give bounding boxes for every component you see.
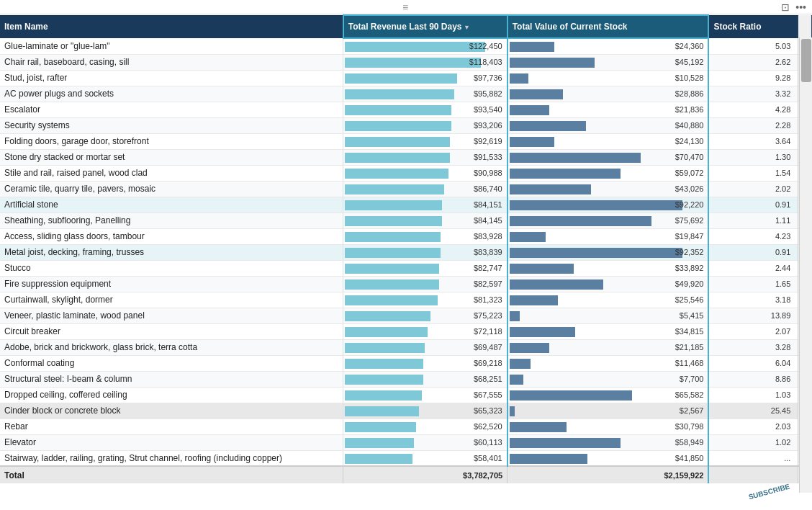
table-row: Structural steel: I-beam & column$68,251… [0,371,812,387]
row-ratio: 0.91 [708,197,798,212]
table-row: Fire suppression equipment$82,597$49,920… [0,276,812,292]
table-row: Cinder block or concrete block$65,323$2,… [0,403,812,419]
col-header-revenue[interactable]: Total Revenue Last 90 Days [343,15,508,38]
row-name: Stile and rail, raised panel, wood clad [0,165,343,181]
table-row: Stairway, ladder, railing, grating, Stru… [0,450,812,466]
row-stock: $33,892 [508,260,709,276]
row-ratio: 2.44 [708,260,798,276]
table-row: AC power plugs and sockets$95,882$28,886… [0,86,812,102]
table-row: Artificial stone$84,151$92,2200.91 [0,197,812,212]
row-name: Structural steel: I-beam & column [0,371,343,387]
scrollbar[interactable] [799,37,812,493]
drag-handle[interactable]: ≡ [0,0,812,14]
row-ratio: 13.89 [708,308,798,323]
col-header-name[interactable]: Item Name [0,15,343,38]
row-revenue: $86,740 [343,181,508,197]
col-header-ratio[interactable]: Stock Ratio [708,15,798,38]
row-revenue: $82,597 [343,276,508,292]
expand-icon[interactable]: ⊡ [781,1,790,13]
row-revenue: $68,251 [343,371,508,387]
row-revenue: $84,151 [343,197,508,212]
total-row: Total $3,782,705 $2,159,922 [0,466,812,483]
table-row: Stud, joist, rafter$97,736$10,5289.28 [0,70,812,86]
col-header-stock[interactable]: Total Value of Current Stock [508,15,709,38]
row-revenue: $118,403 [343,54,508,70]
row-name: Adobe, brick and brickwork, glass brick,… [0,339,343,355]
row-stock: $11,468 [508,355,709,371]
table-row: Glue-laminate or "glue-lam"$122,450$24,3… [0,38,812,54]
table-row: Circuit breaker$72,118$34,8152.07 [0,323,812,339]
table-row: Veneer, plastic laminate, wood panel$75,… [0,308,812,323]
row-name: Dropped ceiling, coffered ceiling [0,387,343,403]
row-stock: $40,880 [508,117,709,133]
row-ratio: 4.23 [708,228,798,244]
row-revenue: $83,928 [343,228,508,244]
row-name: Fire suppression equipment [0,276,343,292]
row-stock: $24,360 [508,38,709,54]
row-revenue: $67,555 [343,387,508,403]
row-ratio: 1.30 [708,149,798,165]
row-ratio: 1.54 [708,165,798,181]
more-options-icon[interactable]: ••• [795,1,806,13]
row-ratio: 1.65 [708,276,798,292]
scrollbar-thumb[interactable] [801,39,811,82]
row-ratio: 1.02 [708,434,798,450]
row-name: Artificial stone [0,197,343,212]
row-stock: $41,850 [508,450,709,466]
row-ratio: 9.28 [708,70,798,86]
row-name: Stucco [0,260,343,276]
row-revenue: $72,118 [343,323,508,339]
row-ratio: 3.64 [708,133,798,149]
row-stock: $65,582 [508,387,709,403]
row-revenue: $122,450 [343,38,508,54]
row-name: Conformal coating [0,355,343,371]
row-name: Elevator [0,434,343,450]
row-ratio: 25.45 [708,403,798,419]
table-row: Stucco$82,747$33,8922.44 [0,260,812,276]
row-revenue: $92,619 [343,133,508,149]
row-stock: $49,920 [508,276,709,292]
row-revenue: $58,401 [343,450,508,466]
row-stock: $34,815 [508,323,709,339]
row-ratio: 0.91 [708,244,798,260]
row-stock: $25,546 [508,292,709,308]
table-row: Stile and rail, raised panel, wood clad$… [0,165,812,181]
row-stock: $19,847 [508,228,709,244]
row-stock: $21,185 [508,339,709,355]
row-ratio: 3.32 [708,86,798,102]
row-revenue: $81,323 [343,292,508,308]
scrollbar-header [798,15,812,38]
row-stock: $92,220 [508,197,709,212]
row-stock: $92,352 [508,244,709,260]
row-name: Veneer, plastic laminate, wood panel [0,308,343,323]
row-stock: $45,192 [508,54,709,70]
row-name: Escalator [0,102,343,117]
row-ratio: 2.62 [708,54,798,70]
row-ratio: 5.03 [708,38,798,54]
data-table: Item Name Total Revenue Last 90 Days Tot… [0,14,812,483]
row-name: Curtainwall, skylight, dormer [0,292,343,308]
table-row: Access, sliding glass doors, tambour$83,… [0,228,812,244]
row-ratio: 2.03 [708,419,798,434]
row-name: Ceramic tile, quarry tile, pavers, mosai… [0,181,343,197]
drag-handle-icon: ≡ [402,1,410,13]
row-revenue: $69,218 [343,355,508,371]
row-revenue: $65,323 [343,403,508,419]
row-name: Glue-laminate or "glue-lam" [0,38,343,54]
row-ratio: 1.11 [708,212,798,228]
row-stock: $28,886 [508,86,709,102]
row-name: Folding doors, garage door, storefront [0,133,343,149]
row-ratio: 2.28 [708,117,798,133]
table-row: Metal joist, decking, framing, trusses$8… [0,244,812,260]
row-stock: $2,567 [508,403,709,419]
row-revenue: $75,223 [343,308,508,323]
row-revenue: $83,839 [343,244,508,260]
row-ratio: 2.07 [708,323,798,339]
row-name: Security systems [0,117,343,133]
table-row: Ceramic tile, quarry tile, pavers, mosai… [0,181,812,197]
row-stock: $75,692 [508,212,709,228]
row-name: Stone dry stacked or mortar set [0,149,343,165]
row-stock: $30,798 [508,419,709,434]
row-name: Metal joist, decking, framing, trusses [0,244,343,260]
row-ratio: 3.28 [708,339,798,355]
